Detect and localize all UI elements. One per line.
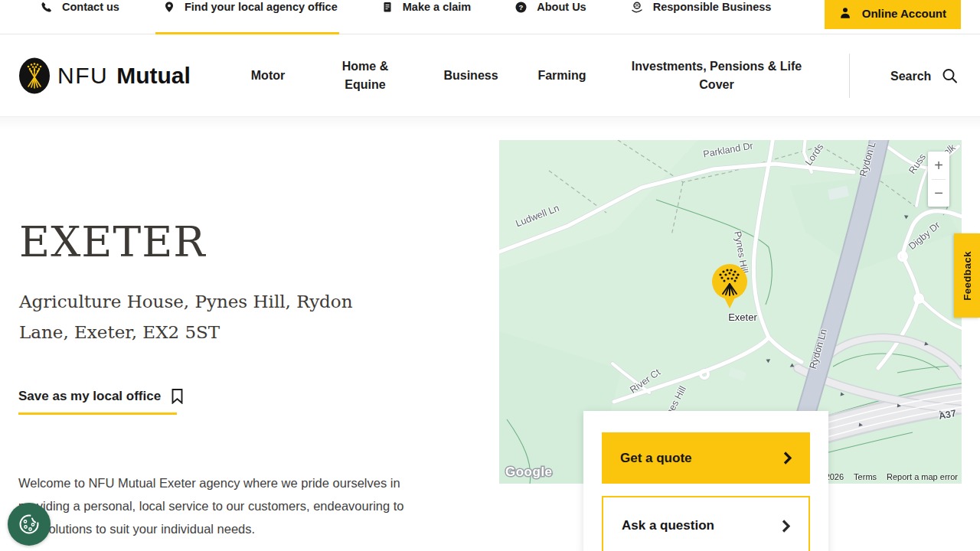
topbar-about-us[interactable]: ? About Us <box>515 0 586 14</box>
map-zoom-control: + − <box>928 152 949 207</box>
nav-divider <box>849 54 850 98</box>
topbar-contact-us[interactable]: Contact us <box>41 0 119 14</box>
topbar-find-local-office[interactable]: Find your local agency office <box>164 0 338 14</box>
cta-panel: Get a quote Ask a question <box>583 411 828 551</box>
hands-globe-icon <box>631 2 643 13</box>
ask-a-question-button[interactable]: Ask a question <box>602 496 810 551</box>
ask-a-question-label: Ask a question <box>622 518 714 533</box>
report-map-error-link[interactable]: Report a map error <box>887 472 958 481</box>
topbar-item-label: Find your local agency office <box>185 1 338 13</box>
page-title: EXETER <box>19 217 206 266</box>
nav-shadow <box>0 117 980 129</box>
chevron-right-icon <box>782 520 790 533</box>
svg-text:?: ? <box>519 3 524 11</box>
nfu-mutual-logo[interactable]: NFU Mutual <box>18 57 191 94</box>
topbar-item-label: About Us <box>537 1 586 13</box>
nav-item-investments[interactable]: Investments, Pensions & Life Cover <box>628 57 805 94</box>
online-account-button[interactable]: Online Account <box>825 0 961 29</box>
nav-item-farming[interactable]: Farming <box>537 67 586 85</box>
get-a-quote-button[interactable]: Get a quote <box>602 432 810 484</box>
phone-icon <box>41 2 52 13</box>
office-map-marker[interactable] <box>710 264 750 311</box>
terms-link[interactable]: Terms <box>854 472 877 481</box>
nav-item-business[interactable]: Business <box>443 67 498 85</box>
zoom-in-button[interactable]: + <box>928 152 949 179</box>
search-icon <box>942 68 958 84</box>
topbar-item-label: Responsible Business <box>653 1 772 13</box>
wheat-sheaf-logo-icon <box>18 57 51 94</box>
map-attribution: ©2026 Terms Report a map error <box>819 472 958 481</box>
topbar-item-label: Make a claim <box>403 1 471 13</box>
cookie-settings-button[interactable] <box>8 503 51 546</box>
get-a-quote-label: Get a quote <box>620 451 692 466</box>
nav-item-home-equine[interactable]: Home & Equine <box>322 57 408 94</box>
marker-label: Exeter <box>721 311 764 323</box>
save-link-underline <box>18 412 177 415</box>
bookmark-icon <box>172 389 183 404</box>
nav-item-motor[interactable]: Motor <box>251 67 285 85</box>
utility-bar: Contact us Find your local agency office… <box>0 0 980 34</box>
brand-nfu: NFU <box>57 63 108 89</box>
topbar-responsible-business[interactable]: Responsible Business <box>631 0 772 14</box>
online-account-label: Online Account <box>862 7 946 20</box>
office-address: Agriculture House, Pynes Hill, Rydon Lan… <box>19 286 394 347</box>
page: Contact us Find your local agency office… <box>0 0 980 551</box>
chevron-right-icon <box>783 452 792 465</box>
cookie-icon <box>16 511 42 537</box>
save-local-office-label: Save as my local office <box>18 389 161 404</box>
feedback-label: Feedback <box>962 251 973 301</box>
welcome-text: Welcome to NFU Mutual Exeter agency wher… <box>18 471 413 540</box>
feedback-tab[interactable]: Feedback <box>954 233 980 318</box>
brand-mutual: Mutual <box>116 63 191 89</box>
search-button[interactable]: Search <box>890 68 958 84</box>
main-nav: NFU Mutual Motor Home & Equine Business … <box>0 34 980 117</box>
save-local-office-link[interactable]: Save as my local office <box>18 389 183 415</box>
person-icon <box>839 7 851 19</box>
question-circle-icon: ? <box>515 2 527 13</box>
topbar-make-a-claim[interactable]: Make a claim <box>382 0 471 14</box>
map-pin-icon <box>164 2 175 13</box>
search-label: Search <box>890 69 931 83</box>
topbar-item-label: Contact us <box>62 1 119 13</box>
zoom-out-button[interactable]: − <box>928 180 949 207</box>
google-logo[interactable]: Google <box>505 465 553 480</box>
claim-document-icon <box>382 2 393 13</box>
